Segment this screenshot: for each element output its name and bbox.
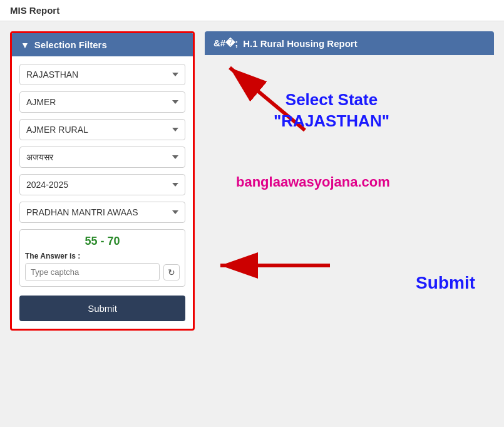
- scheme-dropdown[interactable]: PRADHAN MANTRI AWAAS: [19, 202, 185, 223]
- page-title: MIS Report: [10, 5, 59, 16]
- right-panel-header: &#�; H.1 Rural Housing Report: [205, 31, 494, 55]
- arrow-submit: [211, 247, 336, 287]
- captcha-value: 55 - 70: [25, 235, 180, 248]
- year-dropdown[interactable]: 2024-2025: [19, 174, 185, 195]
- captcha-input[interactable]: [25, 263, 160, 281]
- panel-header: ▼ Selection Filters: [12, 33, 193, 56]
- left-panel: ▼ Selection Filters RAJASTHAN AJMER AJME…: [10, 31, 195, 331]
- main-content: ▼ Selection Filters RAJASTHAN AJMER AJME…: [0, 21, 504, 341]
- select-state-annotation: Select State"RAJASTHAN": [274, 90, 389, 132]
- captcha-refresh-button[interactable]: ↻: [163, 264, 180, 280]
- filter-icon: ▼: [21, 40, 29, 50]
- annotation-area: Select State"RAJASTHAN" banglaawasyojana…: [205, 55, 494, 318]
- captcha-answer-label: The Answer is :: [25, 252, 180, 260]
- submit-annotation: Submit: [416, 273, 475, 293]
- right-panel-title: H.1 Rural Housing Report: [243, 38, 357, 49]
- captcha-input-row: ↻: [25, 263, 180, 281]
- right-panel: &#�; H.1 Rural Housing Report Select Sta…: [205, 31, 494, 331]
- panel-body: RAJASTHAN AJMER AJMER RURAL अजयसर 2024-2…: [12, 56, 193, 329]
- table-icon: &#�;: [213, 38, 238, 49]
- district-dropdown[interactable]: AJMER: [19, 91, 185, 113]
- state-dropdown[interactable]: RAJASTHAN: [19, 64, 185, 85]
- website-annotation: banglaawasyojana.com: [236, 174, 390, 190]
- top-bar: MIS Report: [0, 0, 504, 21]
- submit-button[interactable]: Submit: [19, 296, 185, 321]
- panel-header-label: Selection Filters: [34, 39, 107, 50]
- block-dropdown[interactable]: AJMER RURAL: [19, 119, 185, 140]
- captcha-box: 55 - 70 The Answer is : ↻: [19, 229, 185, 287]
- panchayat-dropdown[interactable]: अजयसर: [19, 147, 185, 168]
